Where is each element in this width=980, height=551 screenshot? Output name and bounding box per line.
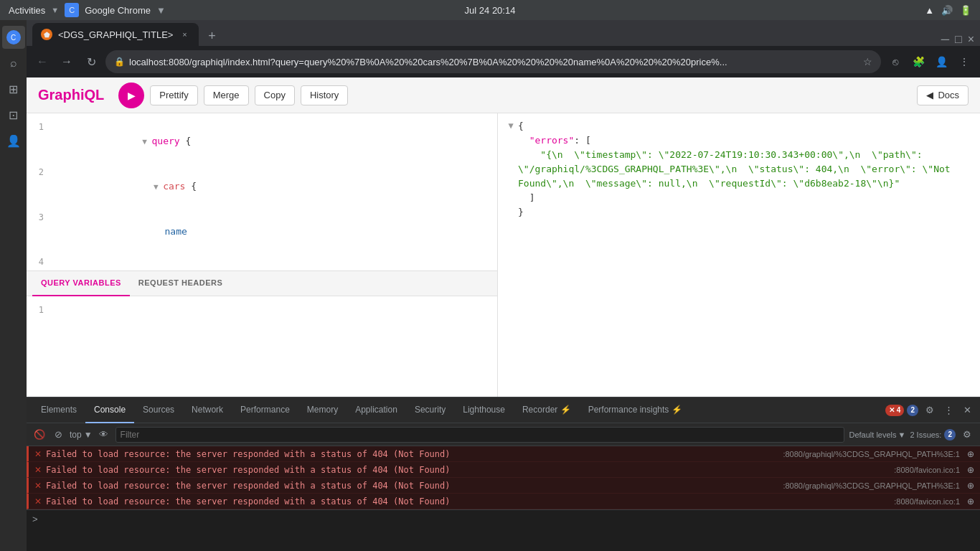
devtools-tab-elements[interactable]: Elements xyxy=(32,397,85,423)
line-content-2: ▼ cars { xyxy=(52,165,197,209)
devtools-toolbar: 🚫 ⊘ top ▼ 👁 Default levels ▼ 2 Issues: 2 xyxy=(27,423,980,446)
close-button[interactable]: × xyxy=(968,33,974,46)
run-button[interactable]: ▶ xyxy=(118,83,144,108)
top-label: top xyxy=(70,430,82,440)
error-expand-2[interactable]: ⊕ xyxy=(967,465,974,475)
error-text-2: Failed to load resource: the server resp… xyxy=(46,465,890,475)
bookmark-icon[interactable]: ☆ xyxy=(863,56,872,67)
error-expand-1[interactable]: ⊕ xyxy=(967,449,974,459)
issues-indicator[interactable]: 2 Issues: 2 xyxy=(910,429,956,441)
top-context-select[interactable]: top ▼ xyxy=(70,430,93,440)
menu-button[interactable]: ⋮ xyxy=(954,52,974,72)
console-prompt: > xyxy=(32,514,38,524)
issues-settings-button[interactable]: ⚙ xyxy=(960,428,974,442)
os-bar: Activities ▼ C Google Chrome ▼ Jul 24 20… xyxy=(0,0,980,20)
line-num-3: 3 xyxy=(27,210,52,225)
var-line-num-1: 1 xyxy=(27,303,52,317)
line-num-4: 4 xyxy=(27,255,52,269)
sidebar-icon-person[interactable]: 👤 xyxy=(2,129,25,152)
console-filter-button[interactable]: ⊘ xyxy=(51,428,65,442)
chrome-icon: C xyxy=(65,3,79,17)
address-bar[interactable]: 🔒 localhost:8080/graphiql/index.html?que… xyxy=(105,50,881,73)
copy-button[interactable]: Copy xyxy=(255,85,295,105)
run-icon: ▶ xyxy=(128,90,136,101)
error-icon-3: ✕ xyxy=(34,481,42,491)
close-devtools-button[interactable]: ✕ xyxy=(960,403,974,418)
code-line-3: 3 name xyxy=(27,209,497,254)
docs-chevron-icon: ◀ xyxy=(926,90,933,100)
default-levels-select[interactable]: Default levels ▼ xyxy=(849,430,905,439)
devtools-tab-security[interactable]: Security xyxy=(406,397,454,423)
console-messages: ✕ Failed to load resource: the server re… xyxy=(27,446,980,551)
response-gutter: ▼ xyxy=(504,119,518,391)
error-expand-4[interactable]: ⊕ xyxy=(967,496,974,507)
issues-text: 2 Issues: xyxy=(910,430,941,439)
console-error-3: ✕ Failed to load resource: the server re… xyxy=(27,478,980,494)
eye-button[interactable]: 👁 xyxy=(97,428,111,442)
prettify-button[interactable]: Prettify xyxy=(150,85,197,105)
sidebar-icon-apps[interactable]: ⊞ xyxy=(2,77,25,100)
error-expand-3[interactable]: ⊕ xyxy=(967,481,974,491)
error-source-4[interactable]: :8080/favicon.ico:1 xyxy=(894,497,960,506)
nav-bar: ← → ↻ 🔒 localhost:8080/graphiql/index.ht… xyxy=(27,46,980,77)
error-text-3: Failed to load resource: the server resp… xyxy=(46,481,778,491)
console-filter-input[interactable] xyxy=(116,427,845,443)
active-tab[interactable]: ⬟ <DGS_GRAPHIQL_TITLE> × xyxy=(32,23,199,46)
devtools-tab-perf-insights[interactable]: Performance insights ⚡ xyxy=(580,397,691,423)
line-content-4: price xyxy=(52,255,193,270)
sidebar: C ⌕ ⊞ ⊡ 👤 xyxy=(0,20,27,551)
response-line-4: \"/graphiql/%3CDGS_GRAPHQL_PATH%3E\",\n … xyxy=(518,162,974,176)
error-source-1[interactable]: :8080/graphiql/%3CDGS_GRAPHQL_PATH%3E:1 xyxy=(783,450,960,458)
devtools-tab-lighthouse[interactable]: Lighthouse xyxy=(454,397,514,423)
url-text: localhost:8080/graphiql/index.html?query… xyxy=(129,57,859,67)
devtools-tabs: Elements Console Sources Network Perform… xyxy=(27,397,980,423)
sidebar-icon-grid[interactable]: ⊡ xyxy=(2,103,25,126)
response-content: { "errors": [ "{\n \"timestamp\": \"2022… xyxy=(518,119,974,391)
profile-button[interactable]: 👤 xyxy=(931,52,951,72)
sidebar-icon-search[interactable]: ⌕ xyxy=(2,52,25,75)
console-clear-button[interactable]: 🚫 xyxy=(32,428,47,442)
sidebar-icon-chrome[interactable]: C xyxy=(2,26,25,49)
devtools-tab-memory[interactable]: Memory xyxy=(298,397,347,423)
extensions-button[interactable]: 🧩 xyxy=(908,52,928,72)
tab-title: <DGS_GRAPHIQL_TITLE> xyxy=(58,29,173,40)
grid-icon: ⊡ xyxy=(9,108,18,122)
devtools-tab-network[interactable]: Network xyxy=(183,397,232,423)
history-button[interactable]: History xyxy=(301,85,348,105)
merge-button[interactable]: Merge xyxy=(204,85,249,105)
error-source-2[interactable]: :8080/favicon.ico:1 xyxy=(894,466,960,474)
query-editor[interactable]: 1 ▼ query { 2 ▼ cars { 3 xyxy=(27,113,497,270)
reload-button[interactable]: ↻ xyxy=(81,52,101,72)
person-icon: 👤 xyxy=(6,134,21,148)
variables-editor[interactable]: 1 xyxy=(27,296,497,397)
wifi-icon: ▲ xyxy=(925,5,934,16)
devtools-tab-performance[interactable]: Performance xyxy=(232,397,298,423)
app-menu-arrow[interactable]: ▼ xyxy=(156,5,166,16)
graphiql-editors: 1 ▼ query { 2 ▼ cars { 3 xyxy=(27,113,980,397)
devtools-tab-sources[interactable]: Sources xyxy=(134,397,183,423)
forward-button[interactable]: → xyxy=(57,52,77,72)
tab-close-button[interactable]: × xyxy=(179,29,190,40)
devtools-tab-application[interactable]: Application xyxy=(347,397,406,423)
devtools-tab-recorder[interactable]: Recorder ⚡ xyxy=(514,397,580,423)
response-line-7: } xyxy=(518,205,974,220)
error-source-3[interactable]: :8080/graphiql/%3CDGS_GRAPHQL_PATH%3E:1 xyxy=(783,481,960,490)
back-button[interactable]: ← xyxy=(32,52,52,72)
maximize-button[interactable]: □ xyxy=(955,33,962,46)
settings-button[interactable]: ⚙ xyxy=(923,403,937,418)
new-tab-button[interactable]: + xyxy=(202,26,222,46)
minimize-button[interactable]: ─ xyxy=(941,33,949,46)
graphiql-logo: GraphiQL xyxy=(38,87,104,103)
devtools-tab-console[interactable]: Console xyxy=(85,397,134,423)
more-options-button[interactable]: ⋮ xyxy=(941,403,956,418)
activities-label[interactable]: Activities xyxy=(9,5,45,16)
tab-request-headers[interactable]: REQUEST HEADERS xyxy=(130,270,232,296)
code-line-4: 4 price xyxy=(27,254,497,270)
docs-button[interactable]: ◀ Docs xyxy=(917,85,969,105)
share-button[interactable]: ⎋ xyxy=(885,52,905,72)
tab-query-variables[interactable]: QUERY VARIABLES xyxy=(32,270,130,296)
response-panel: ▼ { "errors": [ "{\n \"timestamp\": \"20… xyxy=(498,113,980,397)
code-line-1: 1 ▼ query { xyxy=(27,119,497,164)
line-content-1: ▼ query { xyxy=(52,120,191,164)
error-text-1: Failed to load resource: the server resp… xyxy=(46,449,778,459)
